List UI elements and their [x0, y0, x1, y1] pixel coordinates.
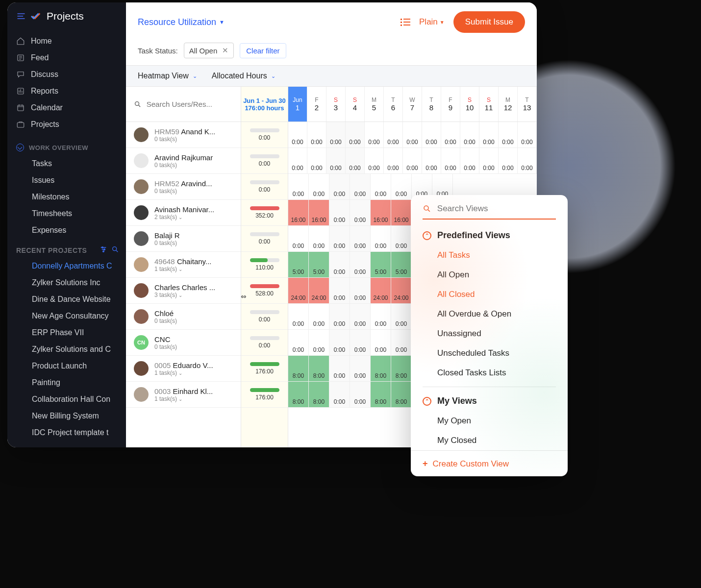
wo-item-tasks[interactable]: Tasks: [7, 155, 126, 172]
wo-item-issues[interactable]: Issues: [7, 172, 126, 189]
user-row[interactable]: 0005 Eduardo V... 1 task(s) ⌄: [126, 356, 241, 382]
heatmap-cell[interactable]: 0:00: [329, 252, 350, 277]
project-item[interactable]: New Age Consultancy: [7, 308, 126, 324]
submit-issue-button[interactable]: Submit Issue: [453, 11, 525, 33]
chevron-down-icon[interactable]: ⌄: [178, 293, 182, 298]
heatmap-cell[interactable]: 0:00: [350, 174, 371, 199]
heatmap-cell[interactable]: 0:00: [371, 174, 391, 199]
heatmap-cell[interactable]: 0:00: [350, 330, 371, 355]
heatmap-cell[interactable]: 0:00: [326, 148, 346, 173]
nav-reports[interactable]: Reports: [7, 83, 126, 99]
heatmap-cell[interactable]: 8:00: [288, 382, 309, 407]
nav-calendar[interactable]: Calendar: [7, 99, 126, 116]
heatmap-cell[interactable]: 16:00: [309, 200, 329, 225]
view-item[interactable]: Unassigned: [411, 324, 568, 343]
view-item[interactable]: All Overdue & Open: [411, 304, 568, 324]
heatmap-cell[interactable]: 0:00: [329, 226, 350, 251]
chevron-down-icon[interactable]: ⌄: [178, 396, 182, 402]
heatmap-cell[interactable]: 8:00: [391, 382, 412, 407]
heatmap-cell[interactable]: 0:00: [329, 200, 350, 225]
user-row[interactable]: Aravind Rajkumar 0 task(s): [126, 148, 241, 174]
heatmap-cell[interactable]: 0:00: [384, 148, 403, 173]
nav-home[interactable]: Home: [7, 33, 126, 49]
user-row[interactable]: Chloé 0 task(s): [126, 304, 241, 330]
views-search-input[interactable]: [437, 204, 556, 214]
heatmap-cell[interactable]: 24:00: [309, 278, 329, 303]
view-item[interactable]: Unscheduled Tasks: [411, 343, 568, 363]
heatmap-cell[interactable]: 0:00: [350, 278, 371, 303]
nav-discuss[interactable]: Discuss: [7, 66, 126, 83]
user-row[interactable]: Balaji R 0 task(s): [126, 226, 241, 252]
heatmap-cell[interactable]: 0:00: [309, 174, 329, 199]
heatmap-cell[interactable]: 0:00: [309, 304, 329, 329]
heatmap-cell[interactable]: 5:00: [288, 252, 309, 277]
chevron-down-icon[interactable]: ⌄: [178, 267, 182, 272]
user-row[interactable]: 49648 Chaitany... 1 task(s) ⌄: [126, 252, 241, 278]
project-item[interactable]: Painting: [7, 374, 126, 391]
heatmap-cell[interactable]: 0:00: [288, 330, 309, 355]
allocated-hours-dropdown[interactable]: Allocated Hours ⌄: [212, 72, 275, 80]
user-row[interactable]: HRM59 Anand K... 0 task(s): [126, 122, 241, 148]
heatmap-cell[interactable]: 0:00: [365, 122, 384, 147]
heatmap-cell[interactable]: 0:00: [288, 174, 309, 199]
heatmap-cell[interactable]: 0:00: [403, 148, 422, 173]
heatmap-cell[interactable]: 0:00: [350, 304, 371, 329]
heatmap-cell[interactable]: 0:00: [518, 148, 537, 173]
heatmap-view-dropdown[interactable]: Heatmap View ⌄: [138, 72, 197, 80]
heatmap-cell[interactable]: 0:00: [329, 278, 350, 303]
heatmap-cell[interactable]: 0:00: [350, 226, 371, 251]
project-item[interactable]: Product Launch: [7, 358, 126, 374]
heatmap-cell[interactable]: 0:00: [309, 330, 329, 355]
heatmap-cell[interactable]: 0:00: [346, 122, 365, 147]
heatmap-cell[interactable]: 8:00: [371, 356, 391, 381]
heatmap-cell[interactable]: 8:00: [391, 356, 412, 381]
close-icon[interactable]: ✕: [222, 46, 228, 55]
search-users-input[interactable]: [147, 100, 233, 108]
project-item[interactable]: ERP Phase VII: [7, 324, 126, 341]
heatmap-cell[interactable]: 0:00: [329, 330, 350, 355]
heatmap-cell[interactable]: 0:00: [346, 148, 365, 173]
heatmap-cell[interactable]: 8:00: [309, 382, 329, 407]
heatmap-cell[interactable]: 8:00: [371, 382, 391, 407]
heatmap-cell[interactable]: 0:00: [329, 174, 350, 199]
heatmap-cell[interactable]: 0:00: [441, 122, 460, 147]
heatmap-cell[interactable]: 5:00: [309, 252, 329, 277]
view-item[interactable]: All Closed: [411, 285, 568, 304]
heatmap-cell[interactable]: 0:00: [350, 200, 371, 225]
heatmap-cell[interactable]: 0:00: [422, 122, 441, 147]
view-item[interactable]: My Closed: [411, 431, 568, 450]
view-group-header[interactable]: ⌃ Predefined Views: [411, 225, 568, 245]
heatmap-cell[interactable]: 0:00: [350, 356, 371, 381]
chevron-down-icon[interactable]: ⌄: [178, 215, 182, 220]
project-item[interactable]: Zylker Solutions Inc: [7, 274, 126, 291]
wo-item-timesheets[interactable]: Timesheets: [7, 205, 126, 222]
heatmap-cell[interactable]: 0:00: [391, 174, 412, 199]
heatmap-cell[interactable]: 0:00: [288, 148, 307, 173]
heatmap-cell[interactable]: 0:00: [350, 382, 371, 407]
heatmap-cell[interactable]: 0:00: [365, 148, 384, 173]
heatmap-cell[interactable]: 0:00: [391, 226, 412, 251]
page-dropdown[interactable]: Resource Utilization ▼: [138, 17, 225, 27]
heatmap-cell[interactable]: 24:00: [288, 278, 309, 303]
view-item[interactable]: Closed Tasks Lists: [411, 363, 568, 383]
heatmap-cell[interactable]: 0:00: [329, 382, 350, 407]
menu-icon[interactable]: [16, 11, 26, 21]
heatmap-cell[interactable]: 0:00: [422, 148, 441, 173]
view-item[interactable]: My Open: [411, 411, 568, 431]
heatmap-cell[interactable]: 0:00: [288, 122, 307, 147]
project-item[interactable]: Dine & Dance Website: [7, 291, 126, 308]
heatmap-cell[interactable]: 0:00: [307, 122, 326, 147]
heatmap-cell[interactable]: 0:00: [371, 330, 391, 355]
heatmap-cell[interactable]: 0:00: [309, 226, 329, 251]
view-item[interactable]: All Open: [411, 265, 568, 285]
filter-icon[interactable]: [100, 245, 107, 255]
heatmap-cell[interactable]: 0:00: [479, 148, 499, 173]
user-row[interactable]: 0003 Einhard Kl... 1 task(s) ⌄: [126, 382, 241, 408]
heatmap-cell[interactable]: 0:00: [499, 148, 518, 173]
heatmap-cell[interactable]: 0:00: [350, 252, 371, 277]
user-row[interactable]: Charles Charles ... 3 task(s) ⌄: [126, 278, 241, 304]
project-item[interactable]: IDC Project template t: [7, 424, 126, 441]
heatmap-cell[interactable]: 5:00: [391, 252, 412, 277]
heatmap-cell[interactable]: 24:00: [391, 278, 412, 303]
heatmap-cell[interactable]: 0:00: [518, 122, 537, 147]
